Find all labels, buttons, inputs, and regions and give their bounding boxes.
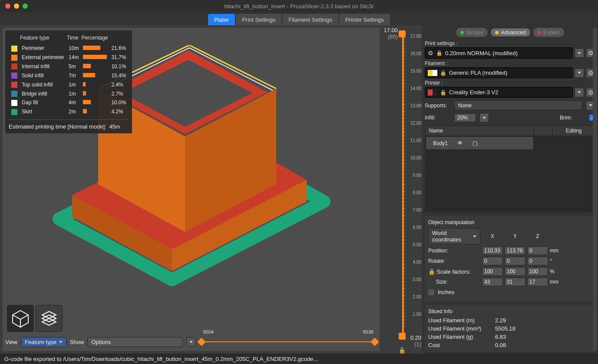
show-options-dropdown[interactable] (186, 337, 196, 347)
axis-y-label: Y (505, 233, 525, 239)
ruler-tick: 1.00 (413, 312, 421, 317)
ruler-top-value: 17.00 (380, 27, 398, 33)
filament-color-icon (428, 70, 437, 76)
legend-row: Top solid infill1m2.4% (10, 80, 128, 89)
ruler-tick: 17.00 (410, 34, 421, 39)
rotate-z-input[interactable] (527, 257, 548, 265)
supports-label: Supports: (425, 103, 451, 109)
sliced-info-value: 6.83 (495, 334, 592, 340)
ruler-tick: 4.00 (413, 260, 421, 265)
sliced-info-value: 2.29 (495, 317, 592, 324)
filament-label: Filament : (425, 60, 595, 66)
hslider-right-value: 9538 (363, 329, 373, 334)
filament-preset-select[interactable]: 🔒Generic PLA (modified) (425, 67, 573, 78)
supports-select[interactable]: None (454, 100, 582, 110)
ruler-top-thumb[interactable] (399, 30, 406, 37)
print-preset-select[interactable]: ⚙🔒0.20mm NORMAL (modified) (425, 47, 573, 59)
size-x-input[interactable] (482, 278, 503, 286)
manip-title: Object manipulation (428, 219, 592, 225)
gear-icon: ⚙ (428, 50, 433, 56)
lock-icon[interactable]: 🔓 (399, 347, 406, 354)
ruler-tick: 11.00 (410, 138, 421, 143)
eye-icon[interactable]: 👁 (457, 140, 463, 146)
est-time-label: Estimated printing time [Normal mode]: (9, 123, 106, 130)
mode-simple[interactable]: Simple (456, 28, 488, 37)
printer-preset-select[interactable]: 🔒Creality Ender-3 V2 (425, 87, 573, 98)
scale-x-input[interactable] (482, 267, 503, 276)
infill-input[interactable] (454, 113, 476, 122)
hslider-left-value: 9504 (203, 329, 213, 334)
edit-icon[interactable]: ▢ (472, 140, 478, 146)
tab-print-settings[interactable]: Print Settings (236, 14, 281, 25)
infill-dropdown[interactable] (479, 113, 489, 122)
titlebar: hitachi_lift_button_insert - PrusaSlicer… (0, 0, 598, 12)
sliced-info-label: Cost (428, 342, 493, 348)
print-preset-dropdown[interactable] (575, 48, 584, 58)
printer-preset-dropdown[interactable] (575, 88, 584, 97)
coord-system-select[interactable]: World coordinates (428, 228, 480, 245)
ruler-tick: 5.00 (413, 242, 421, 247)
legend-header-percentage: Percentage (81, 35, 128, 43)
3d-viewport[interactable]: Feature type Time Percentage Perimeter10… (3, 28, 380, 351)
scale-lock-icon[interactable]: 🔒 (428, 268, 435, 275)
legend-header-feature: Feature type (20, 35, 66, 43)
tab-printer-settings[interactable]: Printer Settings (339, 14, 390, 25)
ruler-tick: 6.00 (413, 225, 421, 230)
sliced-info-panel: Sliced Info Used Filament (m)2.29Used Fi… (425, 305, 595, 352)
legend-header-time: Time (67, 35, 80, 43)
ruler-tick: 13.00 (410, 103, 421, 108)
horizontal-layer-slider[interactable]: 9504 9538 (199, 335, 377, 348)
ruler-bottom-thumb[interactable] (399, 333, 406, 340)
lock-icon: 🔒 (440, 89, 446, 96)
sliced-info-title: Sliced Info (428, 308, 592, 314)
object-list: NameEditing Body1 👁 ▢ (425, 125, 595, 212)
ruler-tick: 2.00 (413, 295, 421, 299)
lock-icon: 🔒 (440, 70, 446, 76)
sidepanel-scrollbar[interactable] (593, 28, 597, 351)
legend-row: Bridge infill1m2.7% (10, 89, 128, 98)
axis-z-label: Z (527, 233, 548, 239)
sliced-info-value: 0.08 (495, 342, 592, 348)
scale-label: 🔒 Scale factors: (428, 268, 480, 275)
legend-row: Gap fill4m10.0% (10, 99, 128, 107)
inches-label: Inches (438, 289, 454, 295)
sliced-info-label: Used Filament (m) (428, 317, 493, 324)
sliced-info-label: Used Filament (g) (428, 334, 493, 340)
size-label: Size: (428, 279, 480, 285)
ruler-tick: 3.00 (413, 277, 421, 282)
feature-legend: Feature type Time Percentage Perimeter10… (5, 30, 132, 133)
legend-row: Solid infill7m15.4% (10, 71, 128, 79)
position-x-input[interactable] (482, 246, 503, 255)
show-options-select[interactable]: Options (87, 337, 183, 347)
tab-filament-settings[interactable]: Filament Settings (282, 14, 338, 25)
view-label: View (5, 339, 17, 345)
size-z-input[interactable] (527, 278, 548, 286)
status-bar: G-code file exported to /Users/Tim/Downl… (0, 354, 598, 364)
position-z-input[interactable] (527, 246, 548, 255)
inches-checkbox[interactable] (428, 289, 434, 295)
obj-header-name: Name (426, 126, 534, 136)
mode-expert[interactable]: Expert (533, 28, 564, 37)
scale-z-input[interactable] (527, 267, 548, 276)
printer-color-icon (428, 89, 437, 96)
scale-y-input[interactable] (505, 267, 525, 276)
position-y-input[interactable] (505, 246, 525, 255)
view-mode-3d-button[interactable] (7, 305, 34, 332)
tab-plater[interactable]: Plater (208, 14, 235, 25)
main-tabs: Plater Print Settings Filament Settings … (0, 12, 598, 25)
ruler-tick: 8.00 (413, 190, 421, 195)
mode-advanced[interactable]: Advanced (490, 28, 531, 37)
ruler-bottom-value: 0.20 (410, 334, 421, 341)
legend-row: External perimeter14m31.7% (10, 53, 128, 62)
filament-preset-dropdown[interactable] (575, 68, 584, 78)
rotate-y-input[interactable] (505, 257, 525, 265)
brim-label: Brim: (560, 115, 586, 121)
object-row-body1[interactable]: Body1 👁 ▢ (426, 136, 534, 150)
ruler-tick: 10.00 (410, 156, 421, 160)
rotate-x-input[interactable] (482, 257, 503, 265)
object-manipulation-panel: Object manipulation World coordinates X … (425, 216, 595, 301)
vertical-layer-slider[interactable]: 17.00 (85) 17.0016.0015.0014.0013.0012.0… (383, 28, 421, 351)
view-mode-layers-button[interactable] (36, 305, 63, 332)
view-type-select[interactable]: Feature type (21, 337, 66, 347)
size-y-input[interactable] (505, 278, 525, 286)
